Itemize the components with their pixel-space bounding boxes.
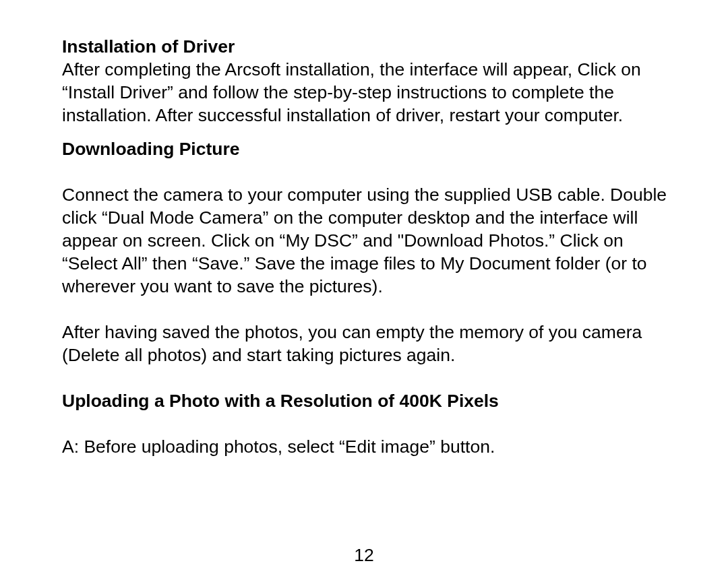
manual-page: Installation of Driver After completing … (0, 0, 728, 582)
paragraph-downloading-picture-2: After having saved the photos, you can e… (62, 321, 669, 366)
paragraph-installation-of-driver: After completing the Arcsoft installatio… (62, 58, 669, 127)
page-number: 12 (0, 545, 728, 566)
paragraph-downloading-picture-1: Connect the camera to your computer usin… (62, 183, 669, 298)
heading-downloading-picture: Downloading Picture (62, 137, 669, 160)
heading-installation-of-driver: Installation of Driver (62, 35, 669, 58)
paragraph-uploading-photo-step-a: A: Before uploading photos, select “Edit… (62, 435, 669, 458)
heading-uploading-photo-400k: Uploading a Photo with a Resolution of 4… (62, 389, 669, 412)
